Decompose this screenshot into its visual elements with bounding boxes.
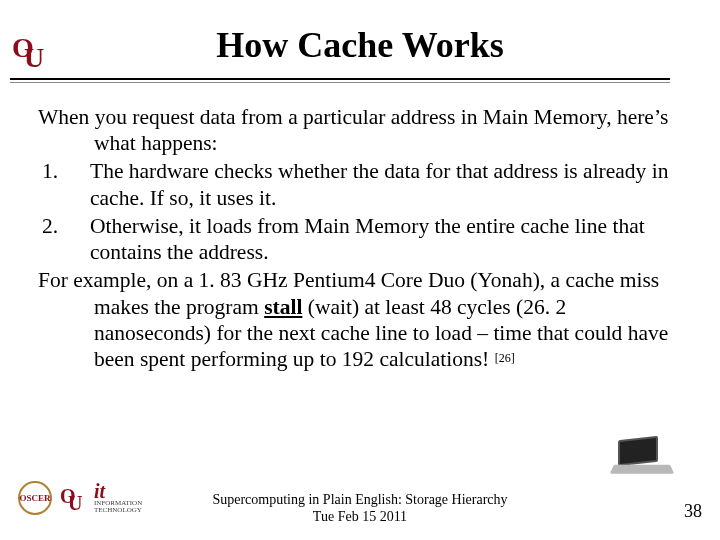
list-text: Otherwise, it loads from Main Memory the… bbox=[66, 213, 672, 265]
intro-text: When you request data from a particular … bbox=[38, 104, 672, 156]
list-number: 2. bbox=[38, 213, 66, 265]
example-citation: [26] bbox=[495, 351, 515, 365]
list-item: 2. Otherwise, it loads from Main Memory … bbox=[38, 213, 672, 265]
footer-center: Supercomputing in Plain English: Storage… bbox=[0, 492, 720, 526]
footer-line2: Tue Feb 15 2011 bbox=[0, 509, 720, 526]
page-number: 38 bbox=[684, 501, 702, 522]
title-rule-thin bbox=[10, 82, 670, 83]
slide-body: When you request data from a particular … bbox=[38, 104, 672, 374]
example-stall-word: stall bbox=[264, 295, 302, 319]
footer-line1: Supercomputing in Plain English: Storage… bbox=[0, 492, 720, 509]
title-rule-thick bbox=[10, 78, 670, 80]
slide: O U How Cache Works When you request dat… bbox=[0, 0, 720, 540]
slide-title: How Cache Works bbox=[0, 24, 720, 66]
list-item: 1. The hardware checks whether the data … bbox=[38, 158, 672, 210]
laptop-screen bbox=[618, 436, 658, 466]
list-number: 1. bbox=[38, 158, 66, 210]
list-text: The hardware checks whether the data for… bbox=[66, 158, 672, 210]
example-paragraph: For example, on a 1. 83 GHz Pentium4 Cor… bbox=[38, 267, 672, 372]
